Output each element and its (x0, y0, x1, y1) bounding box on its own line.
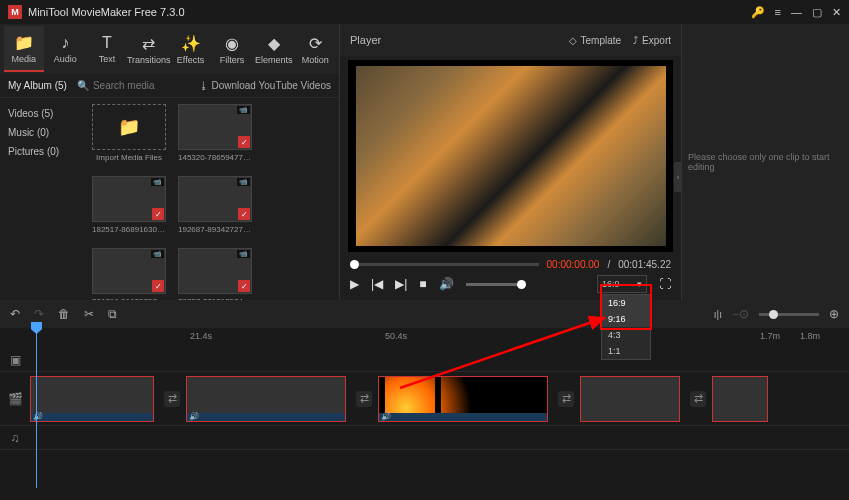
overlay-track[interactable] (30, 348, 849, 371)
video-badge-icon: 📹 (151, 250, 164, 258)
media-clip[interactable]: 📹✓145320-786594776... (176, 104, 254, 168)
clip-audio-icon: 🔊 (189, 412, 199, 421)
timeline-panel: ↶ ↷ 🗑 ✂ ⧉ ı|ı −⊙ ⊕ 21.4s50.4s1.7m1.8m ▣ … (0, 300, 849, 500)
download-youtube-link[interactable]: ⭳ Download YouTube Videos (199, 80, 331, 91)
app-logo: M (8, 5, 22, 19)
timeline-ruler[interactable]: 21.4s50.4s1.7m1.8m (30, 328, 849, 348)
clip-name: 145320-786594776... (178, 153, 252, 162)
preview-area[interactable] (348, 60, 673, 252)
album-label[interactable]: My Album (5) (8, 80, 67, 91)
transition-slot[interactable]: ⇄ (558, 391, 574, 407)
media-grid: 📁Import Media Files📹✓145320-786594776...… (84, 98, 339, 300)
template-icon: ◇ (569, 35, 577, 46)
next-frame-button[interactable]: ▶| (395, 277, 407, 291)
effects-icon: ✨ (181, 34, 201, 53)
fullscreen-button[interactable]: ⛶ (659, 277, 671, 291)
text-icon: T (102, 34, 112, 52)
upgrade-key-icon[interactable]: 🔑 (751, 6, 765, 19)
timeline-clip[interactable] (580, 376, 680, 422)
audio-icon: ♪ (61, 34, 69, 52)
ratio-option[interactable]: 1:1 (602, 343, 650, 359)
zoom-out-button[interactable]: −⊙ (732, 307, 749, 321)
media-category-sidebar: Videos (5)Music (0)Pictures (0) (0, 98, 84, 300)
video-track[interactable]: 🔊⇄🔊⇄🔊⇄⇄ (30, 372, 849, 425)
timeline-clip[interactable]: 🔊 (30, 376, 154, 422)
media-clip[interactable]: 📹✓28707-371213524_t... (176, 248, 254, 300)
close-button[interactable]: ✕ (832, 6, 841, 19)
toolbar-media[interactable]: 📁Media (4, 26, 44, 72)
panel-collapse-handle[interactable]: › (674, 162, 682, 192)
audio-track[interactable] (30, 426, 849, 449)
toolbar-elements[interactable]: ◆Elements (254, 26, 294, 72)
search-icon: 🔍 (77, 80, 89, 91)
ruler-mark: 1.7m (760, 331, 780, 341)
toolbar-motion[interactable]: ⟳Motion (295, 26, 335, 72)
undo-button[interactable]: ↶ (10, 307, 20, 321)
zoom-slider[interactable] (759, 313, 819, 316)
toolbar-audio[interactable]: ♪Audio (46, 26, 86, 72)
ratio-option[interactable]: 4:3 (602, 327, 650, 343)
transition-slot[interactable]: ⇄ (356, 391, 372, 407)
redo-button[interactable]: ↷ (34, 307, 44, 321)
timeline-clip[interactable]: 🔊 (186, 376, 346, 422)
timeline-clip[interactable]: 🔊 (378, 376, 548, 422)
zoom-in-button[interactable]: ⊕ (829, 307, 839, 321)
media-category[interactable]: Videos (5) (0, 104, 84, 123)
transition-slot[interactable]: ⇄ (164, 391, 180, 407)
check-icon: ✓ (238, 208, 250, 220)
stop-button[interactable]: ■ (419, 277, 426, 291)
toolbar-text[interactable]: TText (87, 26, 127, 72)
minimize-button[interactable]: — (791, 6, 802, 18)
search-input[interactable]: 🔍 Search media (77, 80, 199, 91)
transitions-icon: ⇄ (142, 34, 155, 53)
media-category[interactable]: Music (0) (0, 123, 84, 142)
delete-button[interactable]: 🗑 (58, 307, 70, 321)
volume-slider[interactable] (466, 283, 526, 286)
transition-slot[interactable]: ⇄ (690, 391, 706, 407)
seek-bar[interactable] (350, 263, 539, 266)
ratio-option[interactable]: 16:9 (602, 295, 650, 311)
video-badge-icon: 📹 (237, 178, 250, 186)
video-badge-icon: 📹 (237, 250, 250, 258)
track-label-video-icon[interactable]: 🎬 (0, 392, 30, 406)
aspect-ratio-select[interactable]: 16:9 ▾ (597, 275, 647, 293)
toolbar-transitions[interactable]: ⇄Transitions (129, 26, 169, 72)
preview-frame (356, 66, 666, 246)
motion-icon: ⟳ (309, 34, 322, 53)
ratio-option[interactable]: 9:16 (602, 311, 650, 327)
media-clip[interactable]: 📹✓182517-868916307... (90, 176, 168, 240)
toolbar-filters[interactable]: ◉Filters (212, 26, 252, 72)
properties-empty-message: Please choose only one clip to start edi… (682, 152, 849, 172)
maximize-button[interactable]: ▢ (812, 6, 822, 19)
media-category[interactable]: Pictures (0) (0, 142, 84, 161)
media-clip[interactable]: 📹✓192687-893427276... (176, 176, 254, 240)
track-label-audio-icon[interactable]: ♫ (0, 431, 30, 445)
clip-audio-icon: 🔊 (33, 412, 43, 421)
media-clip[interactable]: 📹✓201766-916357972... (90, 248, 168, 300)
player-title: Player (350, 34, 557, 46)
template-button[interactable]: ◇ Template (569, 35, 622, 46)
toolbar-effects[interactable]: ✨Effects (171, 26, 211, 72)
prev-frame-button[interactable]: |◀ (371, 277, 383, 291)
download-icon: ⭳ (199, 80, 209, 91)
crop-button[interactable]: ⧉ (108, 307, 117, 321)
title-bar: M MiniTool MovieMaker Free 7.3.0 🔑 ≡ — ▢… (0, 0, 849, 24)
split-button[interactable]: ✂ (84, 307, 94, 321)
filters-icon: ◉ (225, 34, 239, 53)
volume-icon[interactable]: 🔊 (439, 277, 454, 291)
timeline-clip[interactable] (712, 376, 768, 422)
search-placeholder: Search media (93, 80, 155, 91)
track-label-overlay-icon[interactable]: ▣ (0, 353, 30, 367)
playhead[interactable] (36, 328, 37, 488)
clip-name: 182517-868916307... (92, 225, 166, 234)
timeline-audio-icon[interactable]: ı|ı (714, 309, 722, 320)
video-badge-icon: 📹 (237, 106, 250, 114)
play-button[interactable]: ▶ (350, 277, 359, 291)
import-media-tile[interactable]: 📁Import Media Files (90, 104, 168, 168)
folder-icon: 📁 (118, 116, 140, 138)
export-button[interactable]: ⤴ Export (633, 35, 671, 46)
check-icon: ✓ (152, 280, 164, 292)
chevron-down-icon: ▾ (637, 279, 642, 289)
video-badge-icon: 📹 (151, 178, 164, 186)
menu-icon[interactable]: ≡ (775, 6, 781, 18)
